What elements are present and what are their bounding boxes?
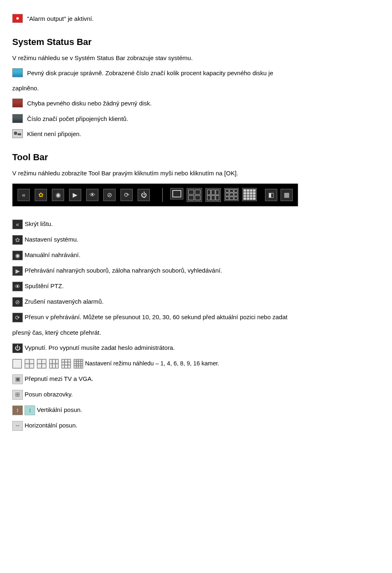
toolbar-power-icon: ⏻ (138, 189, 150, 201)
vertical-shift-line: ↕ ↕ Vertikální posun. (12, 405, 380, 415)
noclient-line: Klient není připojen. (12, 129, 380, 139)
layouts-text: Nastavení režimu náhledu – 1, 4, 6, 8, 9… (85, 360, 219, 367)
playback-text: Přehrávání nahraných souborů, záloha nah… (24, 267, 222, 274)
vertical-shift-text: Vertikální posun. (37, 406, 82, 413)
shutdown-line: ⏻ Vypnutí. Pro vypnutí musíte zadat hesl… (12, 343, 380, 353)
seek-line: ⟳ Přesun v přehrávání. Můžete se přesuno… (12, 313, 380, 322)
vertical-shift-icon-2: ↕ (24, 405, 35, 415)
noclient-text: Klient není připojen. (27, 130, 81, 137)
toolbar-play-icon: ▶ (69, 189, 81, 201)
horizontal-shift-text: Horizontální posun. (24, 422, 77, 429)
settings-text: Nastavení systému. (24, 236, 78, 243)
layout-9-icon (61, 359, 71, 369)
alarm-icon (12, 14, 23, 23)
tool-bar-heading: Tool Bar (12, 150, 380, 164)
horizontal-shift-line: ↔ Horizontální posun. (12, 421, 380, 431)
screen-shift-icon: ⊞ (12, 390, 23, 400)
layout-8-icon (49, 359, 59, 369)
toolbar-hide-icon: « (18, 189, 30, 201)
disk-ok-icon (12, 68, 23, 77)
disk-ok-text: Pevný disk pracuje správně. Zobrazené čí… (27, 69, 273, 76)
no-client-icon (12, 129, 23, 138)
alarm-cancel-text: Zrušení nastavených alarmů. (24, 298, 103, 305)
toolbar-gear-icon: ✿ (35, 189, 47, 201)
disk-ok-cont: zaplněno. (12, 84, 380, 93)
layout-4-icon (187, 188, 202, 202)
playback-line: ▶ Přehrávání nahraných souborů, záloha n… (12, 266, 380, 276)
disk-error-icon (12, 98, 23, 107)
record-text: Manuální nahrávání. (24, 251, 80, 258)
screen-shift-line: ⊞ Posun obrazovky. (12, 390, 380, 400)
horizontal-shift-icon: ↔ (12, 421, 23, 431)
layout-16-icon (242, 188, 257, 201)
seek-cont: přesný čas, který chcete přehrát. (12, 328, 380, 338)
toolbar-shift-icon: ▦ (281, 189, 293, 201)
layout-16-icon (74, 359, 83, 369)
toolbar-eye-icon: 👁 (86, 189, 98, 201)
tv-vga-icon: ▣ (12, 374, 23, 384)
alarm-text: "Alarm output" je aktivní. (27, 15, 94, 22)
toolbar-seek-icon: ⟳ (120, 189, 133, 201)
layout-6-icon (37, 359, 47, 369)
seek-icon: ⟳ (12, 313, 23, 322)
layout-icons-group (12, 359, 83, 369)
toolbar-record-icon: ◉ (52, 189, 64, 201)
layout-1-icon (170, 188, 183, 199)
gear-icon: ✿ (12, 235, 23, 245)
record-line: ◉ Manuální nahrávání. (12, 251, 380, 260)
layout-1-icon (12, 359, 22, 369)
vertical-shift-icon-1: ↕ (12, 405, 23, 415)
layout-6-icon (205, 188, 221, 202)
shutdown-text: Vypnutí. Pro vypnutí musíte zadat heslo … (24, 344, 175, 351)
disk-err-text: Chyba pevného disku nebo žádný pevný dis… (27, 100, 151, 107)
clients-text: Číslo značí počet připojených klientů. (27, 115, 128, 122)
hide-icon: « (12, 219, 23, 229)
ptz-text: Spuštění PTZ. (24, 282, 64, 289)
toolbar-screenshot: « ✿ ◉ ▶ 👁 ⊘ ⟳ ⏻ ◧ ▦ (12, 184, 298, 206)
hide-line: « Skrýt lištu. (12, 219, 380, 229)
screen-shift-text: Posun obrazovky. (24, 391, 73, 398)
toolbar-cancel-alarm-icon: ⊘ (103, 189, 116, 201)
layout-9-icon (224, 188, 239, 201)
disk-err-line: Chyba pevného disku nebo žádný pevný dis… (12, 98, 380, 108)
play-icon: ▶ (12, 266, 23, 276)
layout-4-icon (24, 359, 34, 369)
hide-text: Skrýt lištu. (24, 220, 53, 227)
tool-bar-intro: V režimu náhledu zobrazíte Tool Bar prav… (12, 169, 380, 178)
toolbar-tail-group: ◧ ▦ (265, 189, 293, 201)
ptz-line: 👁 Spuštění PTZ. (12, 282, 380, 291)
settings-line: ✿ Nastavení systému. (12, 235, 380, 245)
disk-ok-line: Pevný disk pracuje správně. Zobrazené čí… (12, 68, 380, 78)
record-icon: ◉ (12, 251, 23, 260)
system-status-bar-intro: V režimu náhledu se v Systém Status Bar … (12, 54, 380, 63)
seek-text: Přesun v přehrávání. Můžete se přesunout… (24, 313, 287, 320)
system-status-bar-heading: System Status Bar (12, 35, 380, 49)
tv-vga-text: Přepnutí mezi TV a VGA. (24, 375, 93, 382)
eye-icon: 👁 (12, 282, 23, 291)
alarm-output-note: "Alarm output" je aktivní. (12, 14, 380, 24)
clients-icon (12, 114, 23, 123)
toolbar-layout-group (162, 188, 257, 202)
cancel-alarm-icon: ⊘ (12, 297, 23, 307)
power-icon: ⏻ (12, 343, 23, 353)
layouts-line: Nastavení režimu náhledu – 1, 4, 6, 8, 9… (12, 359, 380, 369)
alarm-cancel-line: ⊘ Zrušení nastavených alarmů. (12, 297, 380, 307)
clients-line: Číslo značí počet připojených klientů. (12, 114, 380, 124)
tv-vga-line: ▣ Přepnutí mezi TV a VGA. (12, 374, 380, 384)
toolbar-tv-vga-icon: ◧ (265, 189, 277, 201)
